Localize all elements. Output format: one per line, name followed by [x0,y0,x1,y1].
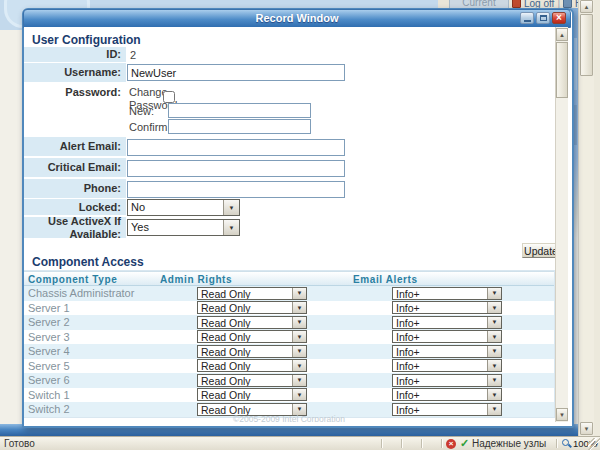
column-component-type: Component Type [28,274,117,285]
column-admin-rights: Admin Rights [160,274,232,285]
email-alerts-select[interactable]: Info+ ▼ [392,301,502,314]
admin-rights-value: Read Only [198,317,292,328]
close-button[interactable]: × [552,12,566,24]
restore-icon [540,15,547,21]
email-alerts-value: Info+ [393,302,487,313]
critical-email-input[interactable] [127,160,345,177]
table-row: Server 6 Read Only ▼ Info+ ▼ [24,373,554,388]
id-value: 2 [130,49,136,61]
help-icon [563,0,572,8]
email-alerts-select[interactable]: Info+ ▼ [392,316,502,329]
dropdown-icon: ▼ [487,317,501,328]
dropdown-icon: ▼ [292,331,306,342]
restore-button[interactable] [536,12,550,24]
email-alerts-select[interactable]: Info+ ▼ [392,374,502,387]
admin-rights-select[interactable]: Read Only ▼ [197,359,307,372]
component-name: Server 1 [28,302,70,314]
admin-rights-select[interactable]: Read Only ▼ [197,287,307,300]
admin-rights-value: Read Only [198,375,292,386]
status-pane-divider [421,439,423,448]
confirm-password-input[interactable] [168,119,311,134]
admin-rights-select[interactable]: Read Only ▼ [197,330,307,343]
activex-select[interactable]: Yes ▼ [127,219,240,236]
username-input[interactable] [127,64,345,81]
dropdown-icon: ▼ [487,288,501,299]
admin-rights-value: Read Only [198,346,292,357]
email-alerts-value: Info+ [393,346,487,357]
admin-rights-select[interactable]: Read Only ▼ [197,301,307,314]
dropdown-icon: ▼ [292,389,306,400]
new-password-input[interactable] [168,103,311,118]
scroll-down-icon[interactable]: ▼ [580,422,593,435]
component-name: Server 5 [28,360,70,372]
table-row: Server 4 Read Only ▼ Info+ ▼ [24,344,554,359]
status-pane-divider [556,439,558,448]
dropdown-icon: ▼ [292,404,306,415]
admin-rights-value: Read Only [198,389,292,400]
email-alerts-value: Info+ [393,288,487,299]
window-right-edge [593,0,600,436]
locked-value: No [128,200,223,215]
admin-rights-select[interactable]: Read Only ▼ [197,345,307,358]
user-configuration-heading: User Configuration [32,33,141,47]
email-alerts-select[interactable]: Info+ ▼ [392,330,502,343]
email-alerts-select[interactable]: Info+ ▼ [392,388,502,401]
dropdown-icon: ▼ [487,360,501,371]
table-row: Chassis Administrator Read Only ▼ Info+ … [24,286,554,301]
alert-email-label: Alert Email: [24,137,126,156]
activex-value: Yes [128,220,223,235]
change-password-checkbox[interactable] [163,91,175,103]
dropdown-icon: ▼ [487,389,501,400]
minimize-button[interactable] [520,12,534,24]
admin-rights-value: Read Only [198,288,292,299]
dropdown-icon: ▼ [292,346,306,357]
admin-rights-select[interactable]: Read Only ▼ [197,374,307,387]
locked-label: Locked: [24,199,126,215]
critical-email-label: Critical Email: [24,158,126,177]
column-email-alerts: Email Alerts [353,274,418,285]
email-alerts-select[interactable]: Info+ ▼ [392,287,502,300]
component-access-heading: Component Access [32,255,144,269]
password-label: Password: [24,84,126,136]
dropdown-icon: ▼ [292,375,306,386]
scrollbar-thumb[interactable] [580,14,593,76]
page-scrollbar[interactable]: ▲ ▼ [578,0,594,436]
scroll-up-icon[interactable]: ▲ [556,28,568,41]
admin-rights-value: Read Only [198,331,292,342]
scroll-down-icon[interactable]: ▼ [556,408,568,421]
component-name: Chassis Administrator [28,287,134,299]
minimize-icon [524,20,531,22]
status-bar: Готово × ✓ Надежные узлы 100% ▼ [0,436,600,450]
dialog-titlebar[interactable]: Record Window × [23,9,571,28]
admin-rights-select[interactable]: Read Only ▼ [197,316,307,329]
dropdown-icon: ▼ [223,220,239,235]
status-pane-divider [441,439,443,448]
dropdown-icon: ▼ [487,404,501,415]
admin-rights-value: Read Only [198,302,292,313]
dropdown-icon: ▼ [292,288,306,299]
resize-grip[interactable] [588,438,600,450]
dialog-title: Record Window [24,10,570,27]
scroll-up-icon[interactable]: ▲ [580,0,593,13]
window-controls: × [520,12,566,24]
email-alerts-value: Info+ [393,331,487,342]
security-zone-label: Надежные узлы [472,438,546,449]
copyright-text: ©2005-2009 Intel Corporation [24,414,554,422]
admin-rights-select[interactable]: Read Only ▼ [197,388,307,401]
dialog-scrollbar-thumb[interactable] [556,42,568,98]
trusted-zone-check-icon: ✓ [460,437,469,450]
confirm-password-label: Confirm: [129,121,171,134]
locked-select[interactable]: No ▼ [127,199,240,216]
status-text: Готово [4,438,35,449]
email-alerts-select[interactable]: Info+ ▼ [392,345,502,358]
activex-label: Use ActiveX If Available: [24,217,126,238]
alert-email-input[interactable] [127,139,345,156]
email-alerts-select[interactable]: Info+ ▼ [392,359,502,372]
table-row: Server 5 Read Only ▼ Info+ ▼ [24,359,554,374]
status-pane-divider [401,439,403,448]
component-name: Server 4 [28,345,70,357]
phone-label: Phone: [24,179,126,198]
component-access-header: Component Type Admin Rights Email Alerts [24,271,554,286]
phone-input[interactable] [127,181,345,198]
dialog-scrollbar[interactable]: ▲ ▼ [555,27,568,422]
